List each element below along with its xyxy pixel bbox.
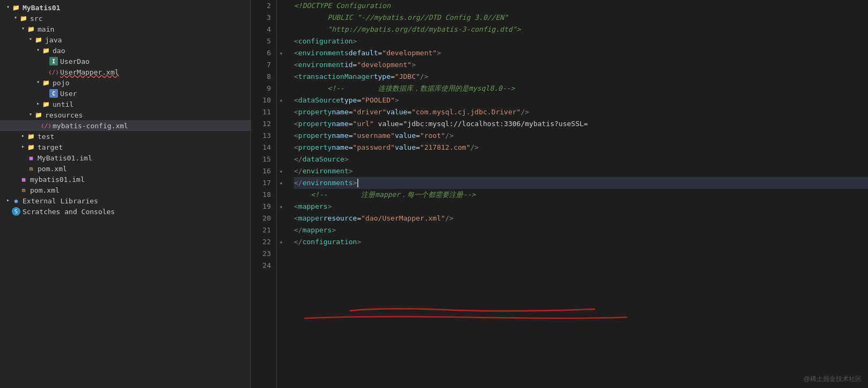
fold-icon: ▾ bbox=[279, 180, 283, 186]
line-num-18: 18 bbox=[251, 189, 276, 201]
watermark: @稀土掘金技术社区 bbox=[804, 375, 862, 384]
sidebar-item-target[interactable]: 📁 target bbox=[0, 142, 251, 152]
xml-bracket-close: /> bbox=[420, 71, 429, 83]
code-line-9: <!-- 连接数据库，数据库使用的是mysql8.0--> bbox=[294, 83, 868, 94]
sidebar-item-user[interactable]: C User bbox=[0, 88, 251, 99]
xml-bracket-span: < bbox=[294, 130, 298, 142]
gutter-17: ▾ bbox=[277, 177, 285, 189]
xml-tag-span: environment bbox=[298, 59, 344, 71]
xml-bracket-span: </ bbox=[294, 236, 303, 248]
tree-item-label: pom.xml bbox=[38, 165, 67, 173]
line-num-12: 12 bbox=[251, 118, 276, 130]
xml-icon: ❬/❭ bbox=[49, 68, 58, 76]
tree-item-label: main bbox=[38, 25, 54, 33]
sidebar-item-test[interactable]: 📁 test bbox=[0, 131, 251, 142]
gutter-3 bbox=[277, 12, 285, 24]
sidebar-item-mybatis-config[interactable]: ❬/❭ mybatis-config.xml bbox=[0, 120, 251, 131]
code-line-22: </mappers> bbox=[294, 224, 868, 236]
xml-bracket-span: </ bbox=[294, 165, 303, 177]
xml-bracket-span: < bbox=[294, 106, 298, 118]
line-num-22: 22 bbox=[251, 236, 276, 248]
sidebar-item-usermapper[interactable]: ❬/❭ UserMapper.xml bbox=[0, 67, 251, 77]
code-line-12: <property name="url" value="jdbc:mysql:/… bbox=[294, 118, 868, 130]
file-tree[interactable]: 📁 MyBatis01 📁 src 📁 main 📁 java 📁 dao I … bbox=[0, 0, 251, 388]
doctype-line: PUBLIC "-//mybatis.org//DTD Config 3.0//… bbox=[294, 12, 508, 24]
line-num-16: 16 bbox=[251, 165, 276, 177]
sidebar-item-scratches[interactable]: S Scratches and Consoles bbox=[0, 206, 251, 217]
code-content[interactable]: <!DOCTYPE Configuration PUBLIC "-//mybat… bbox=[290, 0, 868, 388]
xml-bracket-span: < bbox=[294, 47, 298, 59]
xml-tag-span: property bbox=[298, 130, 332, 142]
sidebar-item-mybatis01-iml2[interactable]: ■ mybatis01.iml bbox=[0, 174, 251, 185]
xml-value-span: "JDBC" bbox=[395, 71, 420, 83]
tree-arrow bbox=[27, 111, 34, 119]
xml-bracket-close: /> bbox=[470, 142, 479, 153]
xml-bracket-close: /> bbox=[521, 106, 529, 118]
code-line-5: <configuration> bbox=[294, 35, 868, 47]
xml-tag-span: property bbox=[298, 118, 332, 130]
code-line-7: <environment id="development"> bbox=[294, 59, 868, 71]
interface-icon: I bbox=[49, 57, 58, 65]
tree-item-label: MyBatis01.iml bbox=[38, 154, 92, 162]
sidebar-item-pom1[interactable]: m pom.xml bbox=[0, 163, 251, 174]
xml-bracket-close: > bbox=[357, 236, 361, 248]
source-folder-icon: 📁 bbox=[34, 35, 43, 44]
sidebar-item-dao[interactable]: 📁 dao bbox=[0, 45, 251, 56]
xml-bracket-close: > bbox=[437, 47, 441, 59]
tree-item-label: until bbox=[53, 100, 73, 108]
xml-attr-span: id bbox=[344, 59, 353, 71]
xml-bracket-span: < bbox=[294, 142, 298, 153]
code-line-20: <mapper resource="dao/UserMapper.xml"/> bbox=[294, 213, 868, 224]
xml-bracket-span: < bbox=[294, 35, 298, 47]
code-line-10: <dataSource type="POOLED"> bbox=[294, 94, 868, 106]
xml-tag-span: mappers bbox=[303, 224, 332, 236]
sidebar-item-src[interactable]: 📁 src bbox=[0, 13, 251, 24]
sidebar-item-main[interactable]: 📁 main bbox=[0, 24, 251, 34]
xml-bracket-close: > bbox=[395, 94, 399, 106]
xml-bracket-close: > bbox=[411, 59, 416, 71]
sidebar-item-mybatis01[interactable]: 📁 MyBatis01 bbox=[0, 2, 251, 13]
sidebar-item-resources[interactable]: 📁 resources bbox=[0, 109, 251, 120]
sidebar-item-mybatis01-iml[interactable]: ■ MyBatis01.iml bbox=[0, 152, 251, 163]
tree-arrow bbox=[12, 14, 19, 22]
xml-value-span: "password" bbox=[353, 142, 395, 153]
xml-value-span: "development" bbox=[382, 47, 437, 59]
folder-icon: 📁 bbox=[27, 143, 35, 151]
xml-attr-span: name bbox=[332, 142, 348, 153]
line-num-19: 19 bbox=[251, 201, 276, 213]
code-line-23: </configuration> bbox=[294, 236, 868, 248]
folder-icon: 📁 bbox=[12, 3, 20, 12]
tree-item-label: MyBatis01 bbox=[23, 4, 60, 12]
gutter-19: ▾ bbox=[277, 201, 285, 213]
sidebar-item-until[interactable]: 📁 until bbox=[0, 99, 251, 109]
code-line-16: </environment> bbox=[294, 165, 868, 177]
tree-item-label: External Libraries bbox=[23, 197, 98, 205]
gutter-5 bbox=[277, 35, 285, 47]
line-num-10: 10 bbox=[251, 94, 276, 106]
sidebar-item-java[interactable]: 📁 java bbox=[0, 34, 251, 45]
sidebar-item-ext-libs[interactable]: ● External Libraries bbox=[0, 195, 251, 206]
sidebar-item-userdao[interactable]: I UserDao bbox=[0, 56, 251, 67]
gutter-12 bbox=[277, 118, 285, 130]
xml-value-span: "development" bbox=[357, 59, 411, 71]
scratches-icon: S bbox=[12, 207, 20, 216]
gutter-7 bbox=[277, 59, 285, 71]
sidebar-item-pom2[interactable]: m pom.xml bbox=[0, 185, 251, 195]
tree-arrow bbox=[4, 4, 12, 11]
source-folder-icon: 📁 bbox=[34, 111, 43, 119]
tree-item-label: pom.xml bbox=[30, 186, 60, 194]
fold-icon: ▾ bbox=[279, 98, 283, 104]
gutter-22: ▾ bbox=[277, 236, 285, 248]
xml-bracket-span: < bbox=[294, 213, 298, 224]
xml-bracket-span: </ bbox=[294, 224, 303, 236]
xml-tag-span: dataSource bbox=[303, 153, 344, 165]
gutter-6: ▾ bbox=[277, 47, 285, 59]
code-line-18: <!-- 注册mapper，每一个都需要注册--> bbox=[294, 189, 868, 201]
tree-arrow bbox=[19, 143, 27, 151]
xml-attr-span: resource bbox=[323, 213, 357, 224]
xml-tag-span: configuration bbox=[298, 35, 353, 47]
xml-attr-span: type bbox=[340, 94, 357, 106]
xml-attr-span: value bbox=[395, 130, 416, 142]
tree-item-label: src bbox=[30, 14, 42, 23]
sidebar-item-pojo[interactable]: 📁 pojo bbox=[0, 77, 251, 88]
